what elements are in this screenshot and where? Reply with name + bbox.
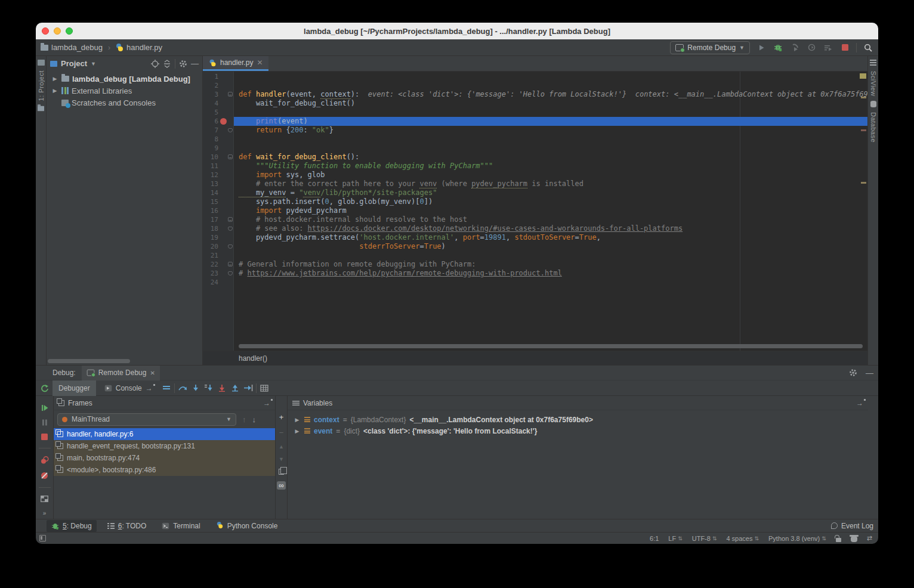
gutter-line[interactable]: 16 [203, 206, 233, 215]
gutter-line[interactable]: 10– [203, 153, 233, 162]
toolwindow-switcher-icon[interactable] [39, 535, 46, 541]
chevron-down-icon[interactable]: ▼ [91, 61, 96, 67]
code-line[interactable] [234, 72, 867, 81]
gear-icon[interactable] [179, 60, 187, 68]
stack-frame-row[interactable]: <module>, bootstrap.py:486 [54, 464, 275, 476]
toolwindow-button-terminal[interactable]: Terminal [157, 520, 205, 532]
stop-button[interactable] [839, 42, 850, 53]
toolwindow-tab-project[interactable]: 1: Project [38, 70, 45, 101]
stack-frame-row[interactable]: handler, handler.py:6 [54, 428, 275, 440]
variable-row[interactable]: ▶event = {dict} <class 'dict'>: {'messag… [288, 425, 868, 437]
event-log-button[interactable]: Event Log [841, 522, 873, 530]
scroll-to-source-icon[interactable]: → [856, 399, 863, 407]
view-as-table-icon[interactable] [259, 383, 270, 394]
code-lines[interactable]: def handler(event, context): event: <cla… [234, 72, 867, 351]
gutter-line[interactable]: 20 [203, 242, 233, 251]
code-line[interactable]: stderrToServer=True) [234, 242, 867, 251]
run-config-selector[interactable]: Remote Debug ▼ [670, 41, 750, 54]
toolwindow-tab-database[interactable]: Database [870, 112, 877, 143]
step-out-icon[interactable] [230, 383, 240, 394]
code-line[interactable]: import pydevd_pycharm [234, 206, 867, 215]
gutter-line[interactable]: 23 [203, 269, 233, 278]
fold-end-icon[interactable] [228, 227, 233, 231]
fold-collapse-icon[interactable]: – [228, 92, 233, 97]
project-panel-title[interactable]: Project [61, 59, 87, 68]
gutter-line[interactable]: 24 [203, 278, 233, 287]
evaluate-infinity-icon[interactable]: ∞ [277, 481, 286, 490]
code-line[interactable] [234, 251, 867, 260]
toolwindow-button-pythonconsole[interactable]: Python Console [211, 520, 283, 532]
move-down-icon[interactable]: ▼ [279, 456, 284, 462]
scope-breadcrumb[interactable]: handler() [239, 354, 267, 363]
fold-collapse-icon[interactable]: – [228, 217, 233, 222]
rerun-debug-icon[interactable] [39, 383, 50, 394]
mute-breakpoints-icon[interactable] [41, 472, 48, 479]
run-to-cursor-icon[interactable] [243, 383, 254, 394]
code-viewport[interactable]: 123–45678910–11121314151617–1819202122–2… [203, 72, 867, 351]
code-line[interactable]: return {200: "ok"} [234, 126, 867, 135]
pause-program-icon[interactable] [42, 419, 48, 426]
step-into-my-code-icon[interactable] [217, 383, 227, 394]
code-line[interactable]: # General information on remote debuggin… [234, 260, 867, 269]
project-toolwindow-icon[interactable] [38, 60, 45, 66]
stop-debug-icon[interactable] [41, 434, 48, 440]
resume-program-icon[interactable] [41, 404, 48, 411]
folder-icon[interactable] [38, 106, 44, 112]
gutter-line[interactable]: 9 [203, 144, 233, 153]
status-item-lf[interactable]: LF⇅ [668, 535, 682, 542]
code-line[interactable]: # enter the correct path here to your ve… [234, 180, 867, 188]
gutter-line[interactable]: 1 [203, 72, 233, 81]
next-frame-icon[interactable]: ↓ [252, 415, 257, 424]
gutter-line[interactable]: 4 [203, 99, 233, 108]
code-line[interactable] [234, 108, 867, 117]
scroll-to-source-icon[interactable]: → [263, 399, 270, 407]
code-line[interactable]: def wait_for_debug_client(): [234, 153, 867, 162]
fold-end-icon[interactable] [228, 271, 233, 276]
run-button[interactable] [756, 42, 767, 53]
restore-layout-icon[interactable] [41, 496, 48, 502]
gutter-line[interactable]: 18 [203, 224, 233, 233]
gutter-line[interactable]: 7 [203, 126, 233, 135]
gutter-line[interactable]: 13 [203, 180, 233, 188]
gutter-line[interactable]: 2 [203, 81, 233, 90]
code-line[interactable]: pydevd_pycharm.settrace('host.docker.int… [234, 233, 867, 242]
editor-breadcrumb-bar[interactable]: handler() [203, 351, 867, 365]
view-breakpoints-icon[interactable] [41, 456, 49, 464]
search-everywhere-icon[interactable] [863, 42, 873, 53]
gutter-line[interactable]: 15 [203, 197, 233, 206]
execution-line[interactable]: print(event) [234, 117, 867, 126]
inspection-status-badge[interactable] [860, 73, 866, 79]
status-item-utf-8[interactable]: UTF-8⇅ [692, 535, 717, 542]
status-item-python-3-8--venv-[interactable]: Python 3.8 (venv)⇅ [768, 535, 826, 542]
code-line[interactable]: sys.path.insert(0, glob.glob(my_venv)[0]… [234, 197, 867, 206]
gutter-line[interactable]: 17– [203, 215, 233, 224]
tab-debugger[interactable]: Debugger [53, 380, 96, 396]
code-line[interactable] [234, 278, 867, 287]
editor-horizontal-scrollbar[interactable] [239, 344, 863, 348]
database-icon[interactable] [870, 101, 876, 107]
locate-file-icon[interactable] [151, 60, 159, 68]
variable-row[interactable]: ▶context = {LambdaContext} <__main__.Lam… [288, 414, 868, 425]
more-actions-icon[interactable]: » [43, 510, 47, 516]
step-into-icon[interactable] [190, 383, 201, 394]
move-up-icon[interactable]: ▲ [279, 444, 284, 450]
code-line[interactable] [234, 135, 867, 144]
fold-end-icon[interactable] [228, 245, 233, 249]
close-tab-icon[interactable]: ✕ [257, 58, 263, 67]
stack-frame-row[interactable]: main, bootstrap.py:474 [54, 452, 275, 464]
code-line[interactable]: """Utility function to enable debugging … [234, 162, 867, 171]
lock-icon[interactable] [836, 538, 841, 542]
run-with-coverage-icon[interactable] [806, 42, 817, 53]
expand-arrow-icon[interactable]: ▶ [51, 76, 58, 82]
code-line[interactable]: # https://www.jetbrains.com/help/pycharm… [234, 269, 867, 278]
gutter-line[interactable]: 6 [203, 117, 233, 126]
jump-to-output-icon[interactable]: → [146, 384, 153, 392]
fold-collapse-icon[interactable]: – [228, 262, 233, 267]
duplicate-watch-icon[interactable] [279, 469, 284, 475]
gutter-line[interactable]: 21 [203, 251, 233, 260]
force-step-into-icon[interactable] [203, 383, 214, 394]
editor-gutter[interactable]: 123–45678910–11121314151617–1819202122–2… [203, 72, 234, 351]
scrollbar-mark[interactable] [861, 97, 866, 98]
project-tree-item[interactable]: ▶lambda_debug [Lambda Debug] [47, 73, 202, 85]
gutter-line[interactable]: 8 [203, 135, 233, 144]
